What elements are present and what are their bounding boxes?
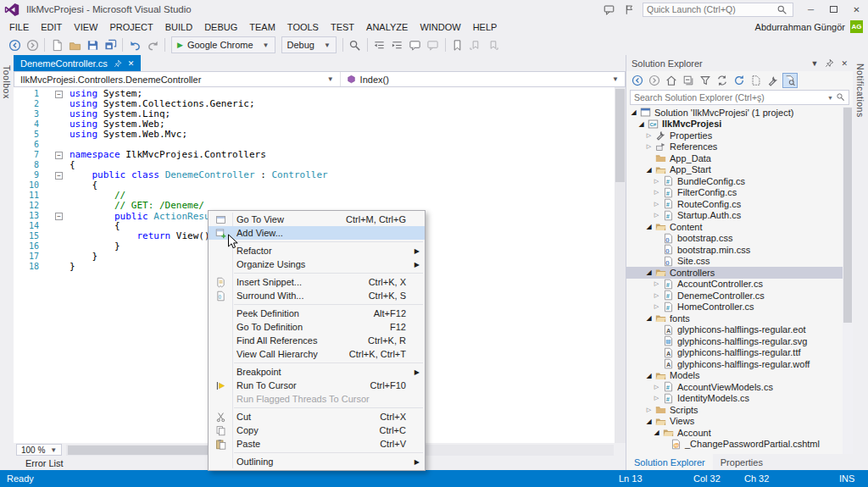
menu-window[interactable]: WINDOW bbox=[414, 20, 466, 34]
feedback-icon[interactable] bbox=[602, 3, 616, 17]
comment-selection-icon[interactable] bbox=[407, 36, 424, 53]
chevron-down-icon[interactable]: ▼ bbox=[827, 95, 833, 101]
properties-icon[interactable] bbox=[765, 73, 781, 88]
user-avatar[interactable]: AG bbox=[850, 20, 863, 33]
forward-icon[interactable] bbox=[647, 73, 662, 88]
tree-item-account[interactable]: ◢Account bbox=[626, 427, 853, 439]
indent-increase-icon[interactable] bbox=[389, 36, 406, 53]
run-target-dropdown[interactable]: ▶Google Chrome▼ bbox=[171, 36, 275, 53]
quick-launch-input[interactable] bbox=[647, 4, 772, 14]
menu-edit[interactable]: EDIT bbox=[35, 20, 68, 34]
menu-project[interactable]: PROJECT bbox=[103, 20, 159, 34]
notifications-tab[interactable]: Notifications bbox=[854, 60, 866, 121]
context-menu-item-run-to-cursor[interactable]: Run To CursorCtrl+F10 bbox=[209, 379, 425, 392]
pin-icon[interactable] bbox=[825, 58, 834, 68]
tree-item-changepasswordpartial-cshtml[interactable]: @_ChangePasswordPartial.cshtml bbox=[626, 439, 853, 451]
back-icon[interactable] bbox=[630, 73, 645, 88]
tree-item-properties[interactable]: ▷Properties bbox=[626, 130, 853, 141]
menu-help[interactable]: HELP bbox=[467, 20, 504, 34]
collapse-box-icon[interactable]: − bbox=[55, 152, 63, 159]
configuration-dropdown[interactable]: Debug▼ bbox=[281, 36, 337, 53]
close-tab-icon[interactable]: ✕ bbox=[128, 59, 135, 68]
tree-item-app-data[interactable]: App_Data bbox=[626, 152, 853, 164]
redo-icon[interactable] bbox=[144, 36, 161, 53]
editor-vertical-scrollbar[interactable] bbox=[615, 87, 626, 443]
collapse-all-icon[interactable] bbox=[681, 73, 696, 88]
tree-item-fonts[interactable]: ◢fonts bbox=[626, 313, 853, 324]
menu-file[interactable]: FILE bbox=[3, 20, 35, 34]
minimize-button[interactable]: ─ bbox=[799, 0, 822, 19]
tree-item-accountcontroller-cs[interactable]: ▷#AccountController.cs bbox=[626, 279, 853, 291]
tree-item-bootstrap-min-css[interactable]: {}bootstrap.min.css bbox=[626, 244, 853, 256]
chevron-down-icon[interactable]: ▼ bbox=[811, 59, 819, 68]
user-name[interactable]: Abdurrahman Güngör bbox=[755, 22, 845, 32]
new-file-icon[interactable] bbox=[48, 36, 65, 53]
tree-item-models[interactable]: ◢Models bbox=[626, 370, 853, 382]
context-menu-item-find-all-references[interactable]: Find All ReferencesCtrl+K, R bbox=[209, 334, 425, 347]
close-button[interactable]: ✕ bbox=[845, 0, 868, 19]
solution-search-input[interactable] bbox=[634, 92, 825, 102]
collapse-box-icon[interactable]: − bbox=[55, 91, 63, 98]
context-menu-item-peek-definition[interactable]: Peek DefinitionAlt+F12 bbox=[209, 307, 425, 320]
tree-item-bundleconfig-cs[interactable]: ▷#BundleConfig.cs bbox=[626, 175, 853, 187]
maximize-button[interactable] bbox=[822, 0, 845, 19]
search-icon[interactable] bbox=[836, 92, 845, 103]
home-icon[interactable] bbox=[664, 73, 679, 88]
context-menu-item-view-call-hierarchy[interactable]: View Call HierarchyCtrl+K, Ctrl+T bbox=[209, 347, 425, 361]
back-icon[interactable] bbox=[6, 36, 23, 53]
menu-view[interactable]: VIEW bbox=[68, 20, 103, 34]
tree-item-app-start[interactable]: ◢App_Start bbox=[626, 164, 853, 176]
tree-item-startup-auth-cs[interactable]: ▷#Startup.Auth.cs bbox=[626, 210, 853, 222]
tree-item-glyphicons-halflings-regular-woff[interactable]: Aglyphicons-halflings-regular.woff bbox=[626, 358, 853, 370]
code-line[interactable]: 9− public class DenemeController : Contr… bbox=[14, 170, 626, 180]
context-menu-item-breakpoint[interactable]: Breakpoint▶ bbox=[209, 365, 425, 379]
menu-debug[interactable]: DEBUG bbox=[198, 20, 243, 34]
scrollbar-thumb[interactable] bbox=[843, 108, 852, 323]
menu-tools[interactable]: TOOLS bbox=[281, 20, 325, 34]
tree-item-denemecontroller-cs[interactable]: ▷#DenemeController.cs bbox=[626, 290, 853, 302]
previous-bookmark-icon[interactable] bbox=[467, 36, 484, 53]
tree-item-views[interactable]: ◢Views bbox=[626, 416, 853, 428]
uncomment-selection-icon[interactable] bbox=[425, 36, 442, 53]
tree-item-glyphicons-halflings-regular-svg[interactable]: glyphicons-halflings-regular.svg bbox=[626, 335, 853, 347]
save-icon[interactable] bbox=[84, 36, 101, 53]
tree-item-accountviewmodels-cs[interactable]: ▷#AccountViewModels.cs bbox=[626, 381, 853, 393]
collapse-box-icon[interactable]: − bbox=[55, 172, 63, 180]
scrollbar-thumb[interactable] bbox=[615, 89, 625, 182]
type-dropdown[interactable]: IlkMvcProjesi.Controllers.DenemeControll… bbox=[14, 72, 341, 86]
tree-vertical-scrollbar[interactable] bbox=[843, 107, 853, 454]
tree-item-controllers[interactable]: ◢Controllers bbox=[626, 267, 853, 279]
menu-analyze[interactable]: ANALYZE bbox=[360, 20, 414, 34]
forward-icon[interactable] bbox=[24, 36, 41, 53]
tree-item-ilkmvcprojesi[interactable]: ◢C#IlkMvcProjesi bbox=[626, 119, 853, 130]
menu-team[interactable]: TEAM bbox=[243, 20, 281, 34]
undo-icon[interactable] bbox=[126, 36, 143, 53]
context-menu-item-paste[interactable]: PasteCtrl+V bbox=[209, 437, 425, 451]
tree-item-references[interactable]: ▷References bbox=[626, 141, 853, 153]
context-menu-item-go-to-definition[interactable]: Go To DefinitionF12 bbox=[209, 320, 425, 334]
next-bookmark-icon[interactable] bbox=[485, 36, 502, 53]
context-menu-item-refactor[interactable]: Refactor▶ bbox=[209, 244, 425, 257]
tree-item-solution-ilkmvcprojesi-1-project[interactable]: ◢Solution 'IlkMvcProjesi' (1 project) bbox=[626, 107, 853, 119]
collapse-box-icon[interactable]: − bbox=[55, 213, 63, 220]
indent-decrease-icon[interactable] bbox=[371, 36, 388, 53]
toggle-bookmark-icon[interactable] bbox=[449, 36, 466, 53]
zoom-dropdown[interactable]: 100 % ▼ bbox=[16, 444, 62, 456]
tree-item-glyphicons-halflings-regular-ttf[interactable]: Aglyphicons-halflings-regular.ttf bbox=[626, 347, 853, 359]
member-dropdown[interactable]: Index() ▼ bbox=[341, 72, 625, 86]
close-icon[interactable]: ✕ bbox=[841, 59, 848, 68]
menu-build[interactable]: BUILD bbox=[159, 20, 198, 34]
sync-with-active-document-icon[interactable] bbox=[715, 73, 730, 88]
code-line[interactable]: 7−namespace IlkMvcProjesi.Controllers bbox=[14, 150, 626, 160]
preview-selected-icon[interactable] bbox=[782, 73, 798, 88]
tree-item-identitymodels-cs[interactable]: ▷#IdentityModels.cs bbox=[626, 393, 853, 405]
editor-tab-denemecontroller[interactable]: DenemeController.cs ✕ bbox=[14, 55, 141, 71]
tree-item-bootstrap-css[interactable]: {}bootstrap.css bbox=[626, 233, 853, 245]
menu-test[interactable]: TEST bbox=[325, 20, 360, 34]
context-menu-item-cut[interactable]: CutCtrl+X bbox=[209, 410, 425, 423]
show-all-files-icon[interactable] bbox=[748, 73, 764, 88]
panel-tab-solution-explorer[interactable]: Solution Explorer bbox=[626, 454, 713, 470]
find-in-files-icon[interactable] bbox=[347, 36, 364, 53]
tree-item-scripts[interactable]: ▷Scripts bbox=[626, 404, 853, 416]
solution-explorer-header[interactable]: Solution Explorer ▼ ✕ bbox=[626, 55, 853, 71]
